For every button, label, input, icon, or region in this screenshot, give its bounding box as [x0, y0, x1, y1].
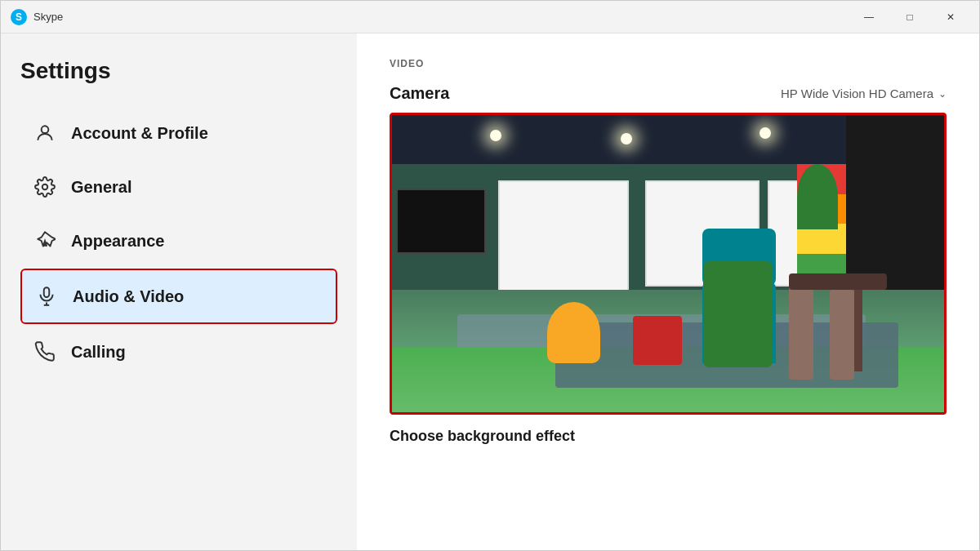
calling-label: Calling [71, 343, 126, 362]
yellow-stool [547, 302, 600, 363]
maximize-button[interactable]: □ [891, 4, 929, 30]
mic-icon [35, 285, 58, 308]
video-preview [390, 113, 947, 415]
barstool-2 [830, 290, 854, 380]
choose-bg-label: Choose background effect [390, 428, 947, 445]
red-cube [633, 316, 682, 365]
bar-table-top [789, 273, 887, 290]
phone-svg [34, 341, 56, 362]
mic-svg [36, 286, 57, 307]
sidebar-item-general[interactable]: General [20, 161, 337, 213]
bar-table-leg [854, 290, 862, 371]
titlebar-left: S Skype [11, 9, 63, 25]
titlebar: S Skype — □ ✕ [1, 1, 979, 33]
chevron-down-icon: ⌄ [938, 88, 947, 100]
brush-icon [33, 229, 56, 252]
svg-rect-2 [44, 287, 50, 297]
sidebar-item-calling[interactable]: Calling [20, 326, 337, 378]
svg-point-1 [42, 184, 48, 190]
svg-point-0 [42, 126, 49, 133]
gear-svg [34, 176, 56, 198]
ceiling-light-3 [760, 127, 771, 139]
green-chair [703, 261, 773, 367]
window-title: Skype [33, 11, 63, 23]
barstool-1 [789, 282, 813, 380]
skype-logo: S [11, 9, 27, 25]
ceiling-light-2 [621, 133, 632, 144]
brush-svg [34, 230, 56, 251]
sidebar-item-account[interactable]: Account & Profile [20, 107, 337, 159]
camera-label: Camera [390, 84, 449, 103]
tv-screen [396, 189, 486, 254]
ceiling-light-1 [490, 130, 501, 141]
audio-video-label: Audio & Video [73, 287, 184, 306]
office-scene [392, 115, 944, 412]
settings-title: Settings [20, 58, 337, 84]
camera-select-dropdown[interactable]: HP Wide Vision HD Camera ⌄ [781, 87, 947, 100]
app-window: S Skype — □ ✕ Settings Account & Profi [0, 0, 980, 551]
sidebar-item-appearance[interactable]: Appearance [20, 215, 337, 267]
general-label: General [71, 178, 131, 197]
appearance-label: Appearance [71, 232, 165, 251]
gear-icon [33, 176, 56, 198]
camera-row: Camera HP Wide Vision HD Camera ⌄ [390, 84, 947, 103]
plant-right [797, 164, 838, 229]
account-label: Account & Profile [71, 124, 208, 143]
window-controls: — □ ✕ [850, 4, 969, 30]
whiteboard-1 [498, 180, 629, 295]
person-icon [33, 122, 56, 144]
person-svg [34, 122, 56, 144]
minimize-button[interactable]: — [850, 4, 888, 30]
close-button[interactable]: ✕ [932, 4, 969, 30]
phone-icon [33, 340, 56, 363]
camera-device-name: HP Wide Vision HD Camera [781, 87, 933, 100]
right-panel: VIDEO Camera HP Wide Vision HD Camera ⌄ [357, 33, 979, 550]
main-content: Settings Account & Profile [1, 33, 979, 550]
sidebar: Settings Account & Profile [1, 33, 357, 550]
section-label: VIDEO [390, 58, 947, 69]
sidebar-item-audio-video[interactable]: Audio & Video [20, 269, 337, 324]
